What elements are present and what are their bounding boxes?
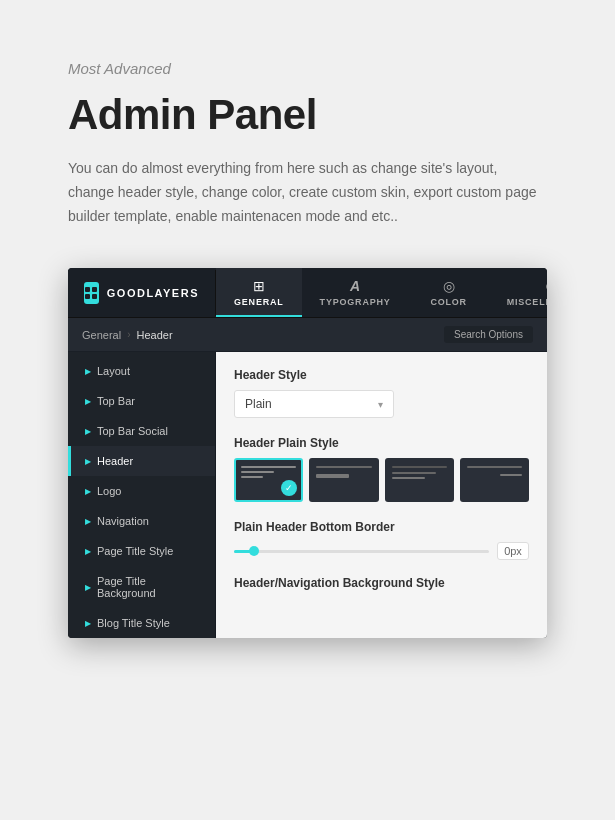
slider-track[interactable]: [234, 550, 489, 553]
svg-rect-3: [92, 294, 97, 299]
typography-icon: A: [350, 278, 360, 294]
header-style-select[interactable]: Plain ▾: [234, 390, 394, 418]
sidebar-label-layout: Layout: [97, 365, 130, 377]
plain-header-border-field: Plain Header Bottom Border 0px: [234, 520, 529, 560]
misc-icon: ⊙: [545, 278, 547, 294]
sidebar-item-blog-title-style[interactable]: ▶ Blog Title Style: [68, 608, 215, 638]
style-previews: ✓: [234, 458, 529, 502]
admin-tabs: ⊞ GENERAL A TYPOGRAPHY ◎ COLOR ⊙ MISCELL…: [216, 268, 547, 317]
sidebar-arrow-topbar: ▶: [85, 397, 91, 406]
sidebar-arrow-navigation: ▶: [85, 517, 91, 526]
sidebar-item-page-title-style[interactable]: ▶ Page Title Style: [68, 536, 215, 566]
tab-general[interactable]: ⊞ GENERAL: [216, 268, 302, 317]
admin-topnav: GOODLAYERS ⊞ GENERAL A TYPOGRAPHY ◎ COLO…: [68, 268, 547, 318]
sidebar-label-navigation: Navigation: [97, 515, 149, 527]
header-style-label: Header Style: [234, 368, 529, 382]
search-options-button[interactable]: Search Options: [444, 326, 533, 343]
svg-rect-0: [85, 287, 90, 292]
nav-bg-field: Header/Navigation Background Style: [234, 576, 529, 590]
breadcrumb-general: General: [82, 329, 121, 341]
admin-breadcrumb: General › Header Search Options: [68, 318, 547, 352]
tab-misc-label: MISCELLANEOUS: [507, 297, 547, 307]
sidebar-item-topbar[interactable]: ▶ Top Bar: [68, 386, 215, 416]
subtitle: Most Advanced: [68, 60, 547, 77]
sidebar-item-navigation[interactable]: ▶ Navigation: [68, 506, 215, 536]
svg-rect-2: [85, 294, 90, 299]
sidebar-item-header[interactable]: ▶ Header: [68, 446, 215, 476]
sidebar-item-logo[interactable]: ▶ Logo: [68, 476, 215, 506]
header-plain-style-label: Header Plain Style: [234, 436, 529, 450]
page-wrapper: Most Advanced Admin Panel You can do alm…: [0, 0, 615, 668]
style-preview-3[interactable]: [385, 458, 454, 502]
admin-main: ▶ Layout ▶ Top Bar ▶ Top Bar Social ▶ He…: [68, 352, 547, 638]
color-icon: ◎: [443, 278, 455, 294]
sidebar-item-layout[interactable]: ▶ Layout: [68, 356, 215, 386]
breadcrumb-header: Header: [136, 329, 172, 341]
tab-miscellaneous[interactable]: ⊙ MISCELLANEOUS: [489, 268, 547, 317]
general-icon: ⊞: [253, 278, 265, 294]
tab-typography-label: TYPOGRAPHY: [320, 297, 391, 307]
sidebar-arrow-layout: ▶: [85, 367, 91, 376]
sidebar-arrow-page-title-style: ▶: [85, 547, 91, 556]
nav-bg-label: Header/Navigation Background Style: [234, 576, 529, 590]
tab-color-label: COLOR: [430, 297, 467, 307]
breadcrumb-arrow: ›: [127, 329, 130, 340]
sidebar-arrow-header: ▶: [85, 457, 91, 466]
sidebar-arrow-topbar-social: ▶: [85, 427, 91, 436]
tab-typography[interactable]: A TYPOGRAPHY: [302, 268, 409, 317]
slider-value: 0px: [497, 542, 529, 560]
selected-check: ✓: [281, 480, 297, 496]
style-preview-2[interactable]: [309, 458, 378, 502]
sidebar-arrow-logo: ▶: [85, 487, 91, 496]
sidebar-label-header: Header: [97, 455, 133, 467]
sidebar-label-blog-title-style: Blog Title Style: [97, 617, 170, 629]
main-title: Admin Panel: [68, 91, 547, 139]
sidebar-label-topbar-social: Top Bar Social: [97, 425, 168, 437]
header-plain-style-field: Header Plain Style ✓: [234, 436, 529, 502]
sidebar-arrow-blog-title-style: ▶: [85, 619, 91, 628]
style-preview-1[interactable]: ✓: [234, 458, 303, 502]
sidebar-item-page-title-bg[interactable]: ▶ Page Title Background: [68, 566, 215, 608]
admin-content: Header Style Plain ▾ Header Plain Style: [216, 352, 547, 638]
sidebar-item-topbar-social[interactable]: ▶ Top Bar Social: [68, 416, 215, 446]
sidebar-arrow-page-title-bg: ▶: [85, 583, 91, 592]
sidebar-label-page-title-style: Page Title Style: [97, 545, 173, 557]
select-dropdown-arrow: ▾: [378, 399, 383, 410]
tab-general-label: GENERAL: [234, 297, 284, 307]
admin-sidebar: ▶ Layout ▶ Top Bar ▶ Top Bar Social ▶ He…: [68, 352, 216, 638]
slider-thumb[interactable]: [249, 546, 259, 556]
logo-icon: [84, 282, 99, 304]
header-style-field: Header Style Plain ▾: [234, 368, 529, 418]
sidebar-label-logo: Logo: [97, 485, 121, 497]
admin-panel: GOODLAYERS ⊞ GENERAL A TYPOGRAPHY ◎ COLO…: [68, 268, 547, 638]
svg-rect-1: [92, 287, 97, 292]
logo-text: GOODLAYERS: [107, 287, 199, 299]
sidebar-label-topbar: Top Bar: [97, 395, 135, 407]
style-preview-4[interactable]: [460, 458, 529, 502]
admin-logo-area: GOODLAYERS: [68, 270, 216, 316]
header-style-value: Plain: [245, 397, 272, 411]
sidebar-label-page-title-bg: Page Title Background: [97, 575, 201, 599]
slider-row: 0px: [234, 542, 529, 560]
description: You can do almost everything from here s…: [68, 157, 547, 228]
tab-color[interactable]: ◎ COLOR: [409, 268, 489, 317]
plain-header-border-label: Plain Header Bottom Border: [234, 520, 529, 534]
